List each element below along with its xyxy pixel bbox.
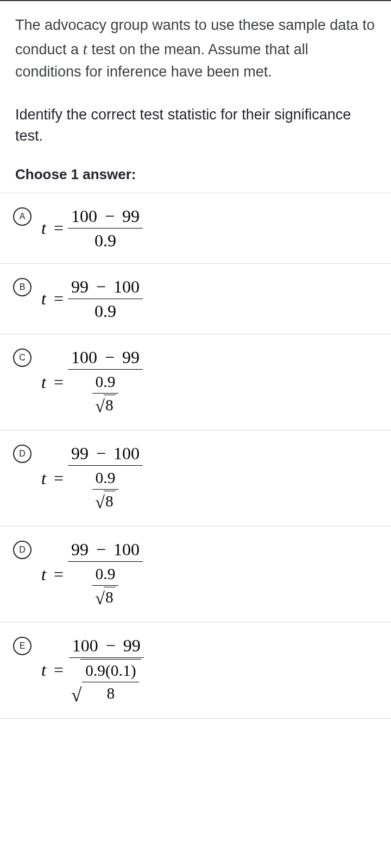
option-formula: t=99 − 1000.9 xyxy=(41,275,143,323)
option-letter-badge: E xyxy=(13,637,31,655)
option-letter-badge: B xyxy=(13,278,31,296)
answer-option-a-0[interactable]: At=100 − 990.9 xyxy=(0,193,391,263)
option-formula: t=100 − 99√0.9(0.1)8 xyxy=(41,633,144,707)
option-letter-badge: D xyxy=(13,541,31,559)
question-prompt: Identify the correct test statistic for … xyxy=(15,104,376,147)
choose-one-answer-label: Choose 1 answer: xyxy=(0,166,391,183)
option-formula: t=99 − 1000.9√8 xyxy=(41,441,143,515)
answer-option-d-4[interactable]: Dt=99 − 1000.9√8 xyxy=(0,526,391,622)
intro-t-variable: t xyxy=(83,40,87,58)
option-formula: t=100 − 990.9 xyxy=(41,204,143,252)
intro-paragraph: The advocacy group wants to use these sa… xyxy=(15,14,376,83)
option-formula: t=100 − 990.9√8 xyxy=(41,345,143,419)
option-letter-badge: C xyxy=(13,349,31,367)
options-list: At=100 − 990.9Bt=99 − 1000.9Ct=100 − 990… xyxy=(0,193,391,718)
option-letter-badge: D xyxy=(13,445,31,463)
answer-option-e-5[interactable]: Et=100 − 99√0.9(0.1)8 xyxy=(0,622,391,718)
option-letter-badge: A xyxy=(13,207,31,226)
option-formula: t=99 − 1000.9√8 xyxy=(41,537,143,611)
answer-option-c-2[interactable]: Ct=100 − 990.9√8 xyxy=(0,334,391,430)
answer-option-d-3[interactable]: Dt=99 − 1000.9√8 xyxy=(0,430,391,526)
answer-option-b-1[interactable]: Bt=99 − 1000.9 xyxy=(0,263,391,334)
